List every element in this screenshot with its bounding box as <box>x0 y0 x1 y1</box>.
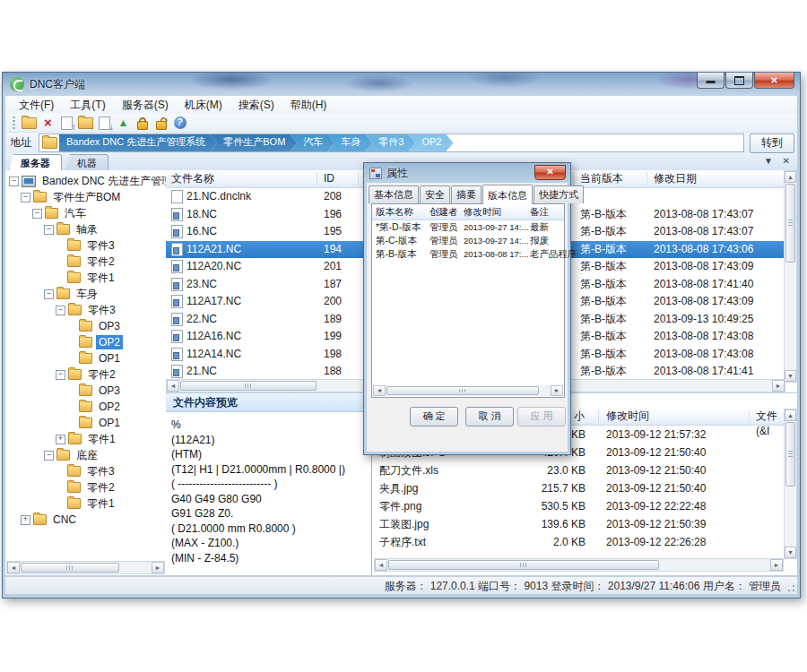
tree-item[interactable]: OP3 <box>5 383 166 399</box>
view-tab-2[interactable]: 机器 <box>65 154 108 171</box>
go-button[interactable]: 转到 <box>750 134 794 153</box>
menu-item-3[interactable]: 服务器(S) <box>114 96 177 114</box>
col-modified-date[interactable]: 修改日期 <box>654 170 697 186</box>
col-creator[interactable]: 创建者 <box>430 204 458 219</box>
tree-item[interactable]: OP1 <box>5 415 166 431</box>
tree-item[interactable]: −汽车 <box>5 205 166 221</box>
version-row[interactable]: 第-C-版本管理员2013-09-27 14:...报废 <box>372 234 564 247</box>
col-version-name[interactable]: 版本名称 <box>376 204 413 219</box>
collapse-icon[interactable]: − <box>44 451 54 461</box>
version-list-header[interactable]: 版本名称 创建者 修改时间 备注 <box>372 204 564 220</box>
delete-icon[interactable]: × <box>39 115 57 131</box>
menu-item-2[interactable]: 工具(T) <box>62 96 113 114</box>
col-modify-time[interactable]: 修改时间 <box>464 204 501 219</box>
tree-item[interactable]: −Bandex DNC 先进生产管理系 <box>5 173 166 189</box>
collapse-icon[interactable]: − <box>56 370 65 380</box>
col-current-version[interactable]: 当前版本 <box>580 170 623 186</box>
col-size[interactable]: 小 <box>574 409 585 424</box>
collapse-icon[interactable]: − <box>56 306 65 315</box>
unlock-icon[interactable] <box>152 115 170 131</box>
menu-item-6[interactable]: 帮助(H) <box>282 96 335 114</box>
scroll-left-icon[interactable]: ◄ <box>167 380 179 392</box>
tree-item[interactable]: 零件2 <box>5 479 166 495</box>
collapse-icon[interactable]: − <box>21 193 30 202</box>
version-row[interactable]: *第-D-版本管理员2013-09-27 14:...最新 <box>372 220 564 234</box>
menu-item-1[interactable]: 文件(F) <box>11 96 62 114</box>
expand-icon[interactable]: + <box>56 435 65 444</box>
scroll-right-icon[interactable]: ► <box>772 380 785 392</box>
close-button[interactable]: ✕ <box>754 73 794 89</box>
tree-item[interactable]: OP2 <box>5 334 166 350</box>
tree-item[interactable]: 零件1 <box>5 270 166 286</box>
collapse-icon[interactable]: − <box>32 209 42 219</box>
upload-icon[interactable]: ▲ <box>114 115 133 131</box>
breadcrumb-item-5[interactable]: 零件3 <box>365 134 415 151</box>
scroll-right-icon[interactable]: ► <box>152 562 164 573</box>
tree-item[interactable]: OP1 <box>5 350 166 366</box>
dialog-tab-3[interactable]: 摘要 <box>451 185 482 203</box>
tree-item[interactable]: −车身 <box>5 286 166 302</box>
attachment-row[interactable]: 子程序.txt2.0 KB2013-09-12 22:26:28 <box>372 533 785 551</box>
dialog-tab-2[interactable]: 安全 <box>420 185 450 203</box>
scroll-up-icon[interactable]: ▲ <box>785 409 796 421</box>
maximize-button[interactable] <box>725 73 753 89</box>
tab-list-dropdown-icon[interactable]: ▼ <box>764 156 773 166</box>
breadcrumb-item-1[interactable]: Bandex DNC 先进生产管理系统 <box>59 134 217 151</box>
attachment-row[interactable]: 工装图.jpg139.6 KB2013-09-12 21:50:39 <box>372 515 785 533</box>
attachments-vscrollbar[interactable]: ▲ ▼ <box>784 409 797 559</box>
attachments-hscrollbar[interactable]: ◄ ► <box>374 558 784 572</box>
dialog-titlebar[interactable]: 属性 ✕ <box>364 163 570 183</box>
export-icon[interactable]: → <box>76 115 95 131</box>
attachment-row[interactable]: 配刀文件.xls23.0 KB2013-09-12 21:50:40 <box>372 461 785 479</box>
scroll-left-icon[interactable]: ◄ <box>373 385 386 396</box>
dialog-tab-4[interactable]: 版本信息 <box>482 185 533 204</box>
titlebar[interactable]: DNC客户端 ▬ ✕ <box>3 73 800 96</box>
tree-item[interactable]: −底座 <box>5 447 166 463</box>
dialog-tab-1[interactable]: 基本信息 <box>369 185 419 203</box>
version-list-hscrollbar[interactable]: ◄ ► <box>373 385 563 396</box>
collapse-icon[interactable]: − <box>9 177 19 186</box>
col-file-name[interactable]: 文件名称 <box>171 170 214 186</box>
file-list-vscrollbar[interactable]: ▲ ▼ <box>784 170 797 383</box>
tree-item[interactable]: OP3 <box>5 318 166 334</box>
tree-item[interactable]: −零件3 <box>5 302 166 318</box>
tree-item[interactable]: 零件1 <box>5 495 166 512</box>
attachment-row[interactable]: 零件.png530.5 KB2013-09-12 22:22:48 <box>372 497 785 515</box>
tree-item[interactable]: −零件生产BOM <box>5 189 166 205</box>
help-icon[interactable]: ? <box>170 115 189 131</box>
ok-button[interactable]: 确 定 <box>410 407 458 426</box>
checkout-icon[interactable]: ↓ <box>95 115 114 131</box>
new-folder-icon[interactable] <box>20 115 39 131</box>
resize-grip[interactable] <box>785 582 796 593</box>
collapse-icon[interactable]: − <box>44 289 54 299</box>
tree-item[interactable]: −轴承 <box>5 221 166 237</box>
menu-item-5[interactable]: 搜索(S) <box>230 96 282 114</box>
scroll-down-icon[interactable]: ▼ <box>785 547 796 558</box>
expand-icon[interactable]: + <box>21 515 30 525</box>
scroll-up-icon[interactable]: ▲ <box>785 171 796 183</box>
minimize-button[interactable]: ▬ <box>697 73 725 89</box>
tree-item[interactable]: OP2 <box>5 399 166 415</box>
tree-item[interactable]: 零件3 <box>5 237 166 254</box>
tree-item[interactable]: 零件2 <box>5 254 166 270</box>
collapse-icon[interactable]: − <box>44 225 54 235</box>
scroll-right-icon[interactable]: ► <box>551 385 563 396</box>
tree-item[interactable]: +CNC <box>5 512 166 528</box>
tab-close-icon[interactable]: ✕ <box>783 156 790 166</box>
cancel-button[interactable]: 取 消 <box>465 407 514 426</box>
breadcrumb-item-2[interactable]: 零件生产BOM <box>210 134 297 151</box>
version-row[interactable]: 第-B-版本管理员2013-08-08 17:...老产品程序 <box>372 247 564 261</box>
col-note[interactable]: 备注 <box>530 204 549 219</box>
scroll-left-icon[interactable]: ◄ <box>375 559 387 571</box>
scroll-right-icon[interactable]: ► <box>770 559 783 571</box>
tree-hscrollbar[interactable]: ◄ ► <box>6 561 165 574</box>
tree-item[interactable]: +零件1 <box>5 431 166 447</box>
dialog-tab-5[interactable]: 快捷方式 <box>534 185 584 203</box>
col-id[interactable]: ID <box>324 170 334 186</box>
scroll-left-icon[interactable]: ◄ <box>7 562 20 573</box>
view-tab-1[interactable]: 服务器 <box>9 154 62 171</box>
col-modified-time[interactable]: 修改时间 <box>606 409 649 424</box>
dialog-close-button[interactable]: ✕ <box>534 165 566 180</box>
menu-item-4[interactable]: 机床(M) <box>177 96 230 114</box>
attachment-row[interactable]: 夹具.jpg215.7 KB2013-09-12 21:50:40 <box>372 479 785 497</box>
